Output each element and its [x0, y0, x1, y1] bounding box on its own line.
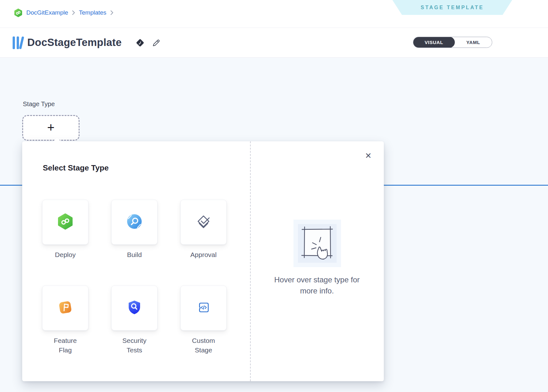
stage-type-label-build: Build	[117, 250, 152, 260]
visual-yaml-toggle: VISUAL YAML	[413, 37, 492, 48]
stage-type-label-approval: Approval	[186, 250, 221, 260]
hover-info-illustration	[293, 220, 341, 267]
hover-info-text: Hover over stage type for more info.	[268, 274, 366, 297]
stage-type-label-deploy: Deploy	[48, 250, 83, 260]
breadcrumb-link-project[interactable]: DocGitExample	[26, 9, 68, 16]
stage-type-cell-approval: Approval	[180, 200, 227, 260]
toggle-yaml[interactable]: YAML	[455, 37, 492, 48]
popover-title: Select Stage Type	[43, 164, 109, 172]
add-stage-button[interactable]: +	[22, 115, 80, 141]
stage-type-card-approval[interactable]	[180, 200, 227, 245]
stage-template-badge-label: STAGE TEMPLATE	[421, 5, 484, 10]
popover-divider	[250, 141, 251, 381]
stage-type-cell-custom-stage: Custom Stage	[180, 286, 227, 355]
template-tag-icon	[135, 37, 145, 49]
project-hexagon-icon	[14, 9, 23, 17]
stage-type-label: Stage Type	[23, 100, 55, 108]
stage-type-card-security-tests[interactable]	[111, 286, 158, 331]
stage-type-card-deploy[interactable]	[42, 200, 88, 245]
deploy-hexagon-icon	[57, 213, 74, 231]
chevron-right-icon	[110, 10, 113, 15]
page-title: DocStageTemplate	[27, 36, 122, 48]
stage-template-editor: DocGitExample Templates STAGE TEMPLATE D…	[0, 0, 548, 392]
edit-pencil-icon[interactable]	[152, 38, 161, 49]
stage-type-label-security-tests: Security Tests	[117, 336, 152, 355]
feature-flag-icon	[57, 299, 74, 317]
stage-type-card-custom-stage[interactable]	[180, 286, 227, 331]
stage-type-card-feature-flag[interactable]	[42, 286, 88, 331]
stage-type-cell-deploy: Deploy	[42, 200, 88, 260]
custom-stage-icon	[195, 299, 212, 317]
breadcrumb-link-templates[interactable]: Templates	[79, 9, 106, 16]
close-icon[interactable]: ✕	[363, 150, 374, 161]
stage-type-cell-build: Build	[111, 200, 158, 260]
top-bar: DocGitExample Templates STAGE TEMPLATE	[0, 0, 548, 28]
template-bars-icon	[12, 35, 25, 52]
stage-type-cell-feature-flag: Feature Flag	[42, 286, 88, 355]
chevron-right-icon	[72, 10, 75, 15]
stage-type-card-build[interactable]	[111, 200, 158, 245]
title-bar: DocStageTemplate VISUAL YAML	[0, 28, 548, 58]
breadcrumb: DocGitExample Templates	[14, 4, 113, 21]
toggle-visual[interactable]: VISUAL	[413, 37, 455, 48]
build-circle-icon	[126, 213, 143, 231]
stage-type-label-feature-flag: Feature Flag	[48, 336, 83, 355]
stage-type-label-custom-stage: Custom Stage	[186, 336, 221, 355]
select-stage-type-popover: Select Stage Type ✕ Deploy	[22, 141, 384, 381]
stage-template-badge: STAGE TEMPLATE	[392, 0, 512, 15]
security-shield-icon	[126, 299, 143, 317]
approval-check-icon	[195, 213, 212, 231]
stage-type-cell-security-tests: Security Tests	[111, 286, 158, 355]
plus-icon: +	[47, 121, 55, 134]
